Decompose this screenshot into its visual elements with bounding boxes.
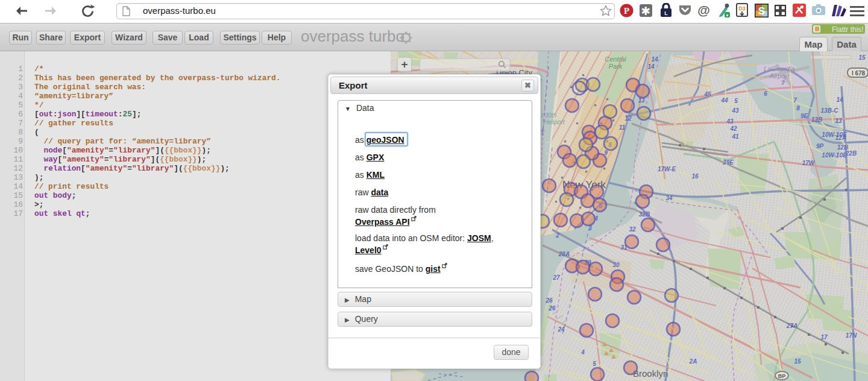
svg-text:✱: ✱	[641, 5, 651, 17]
svg-text:S: S	[758, 5, 765, 17]
svg-text:@: @	[697, 4, 709, 17]
svg-text:P: P	[624, 6, 629, 16]
svg-text:D3: D3	[738, 5, 746, 11]
svg-text:L: L	[664, 10, 668, 16]
